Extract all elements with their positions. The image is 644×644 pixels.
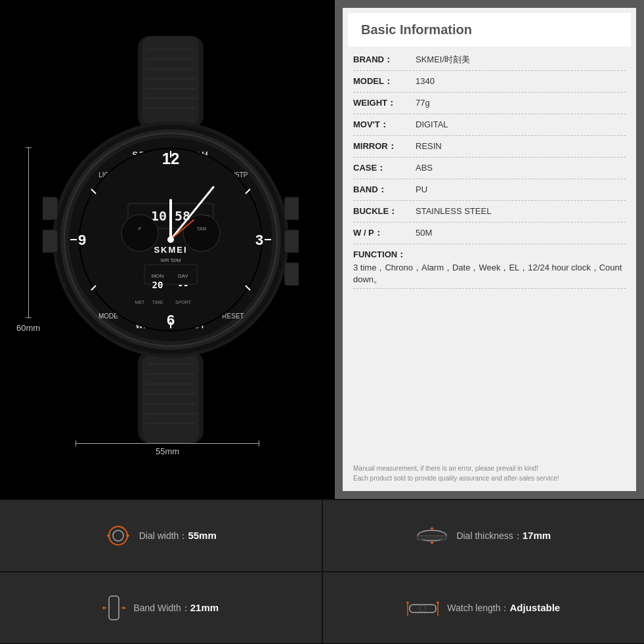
- info-function-row: FUNCTION：3 time，Chrono，Alarm，Date，Week，E…: [353, 244, 626, 289]
- band-width-icon: [102, 595, 125, 621]
- svg-text:WR 50M: WR 50M: [160, 257, 181, 263]
- svg-marker-83: [430, 527, 434, 529]
- svg-rect-23: [284, 263, 299, 286]
- info-row: MIRROR：RESIN: [353, 136, 626, 158]
- info-row-value: DIGITAL: [416, 119, 448, 129]
- info-row: BRAND：SKMEI/时刻美: [353, 49, 626, 71]
- dial-width-label: Dial width：55mm: [139, 530, 217, 542]
- info-row: MODEL：1340: [353, 71, 626, 93]
- info-row-label: MODEL：: [353, 75, 416, 87]
- svg-text:MON: MON: [152, 273, 164, 279]
- info-row-value: ABS: [416, 163, 433, 173]
- svg-text:TIME: TIME: [152, 300, 163, 305]
- info-row-value: PU: [416, 184, 427, 194]
- info-row-label: BRAND：: [353, 54, 416, 66]
- info-row: BUCKLE：STAINLESS STEEL: [353, 201, 626, 223]
- svg-rect-90: [410, 605, 436, 612]
- watch-length-icon: [406, 598, 439, 618]
- svg-point-73: [109, 526, 127, 545]
- note-line1: Manual measurement, if there is an error…: [353, 463, 626, 473]
- info-rows: BRAND：SKMEI/时刻美MODEL：1340WEIGHT：77gMOV'T…: [343, 47, 636, 457]
- info-row-value: RESIN: [416, 141, 442, 151]
- info-row-label: MIRROR：: [353, 140, 416, 152]
- info-row-label: WEIGHT：: [353, 97, 416, 109]
- info-row: WEIGHT：77g: [353, 93, 626, 114]
- svg-text:MET: MET: [135, 300, 146, 305]
- svg-text:--: --: [178, 280, 189, 290]
- info-panel: Basic Information BRAND：SKMEI/时刻美MODEL：1…: [335, 0, 644, 499]
- main-content: 60mm: [0, 0, 644, 499]
- svg-text:SKMEI: SKMEI: [154, 245, 187, 255]
- metric-band-width: Band Width：21mm: [0, 572, 323, 643]
- band-width-value: 21mm: [190, 602, 219, 613]
- dial-width-icon: [105, 523, 131, 549]
- svg-text:20: 20: [152, 280, 163, 290]
- svg-point-55: [121, 215, 158, 251]
- info-row-value: 1340: [416, 76, 435, 86]
- svg-text:SPORT: SPORT: [175, 300, 192, 305]
- watch-length-label: Watch length：Adjustable: [447, 602, 560, 614]
- svg-text:TAM: TAM: [197, 226, 206, 231]
- svg-marker-88: [102, 606, 104, 610]
- info-row: CASE：ABS: [353, 158, 626, 179]
- svg-rect-80: [418, 536, 446, 540]
- svg-text:3: 3: [255, 232, 263, 248]
- info-row-label: CASE：: [353, 162, 416, 174]
- info-row-label: W / P：: [353, 227, 416, 239]
- function-value: 3 time，Chrono，Alarm，Date，Week，EL，12/24 h…: [353, 262, 626, 286]
- dial-thickness-label: Dial thickness：17mm: [456, 530, 551, 542]
- info-row-value: 50M: [416, 228, 432, 238]
- watch-svg: SPORT WATCH ST/STP LIGHT MODE RESET WATE…: [43, 36, 299, 443]
- svg-marker-78: [127, 534, 129, 538]
- info-row-value: SKMEI/时刻美: [416, 54, 470, 66]
- svg-point-91: [419, 605, 426, 612]
- dial-thickness-icon: [416, 526, 448, 546]
- metric-dial-width: Dial width：55mm: [0, 500, 323, 571]
- svg-point-57: [183, 215, 220, 251]
- svg-marker-84: [430, 542, 434, 544]
- info-note: Manual measurement, if there is an error…: [343, 457, 636, 491]
- svg-marker-89: [123, 606, 125, 610]
- info-row-label: BUCKLE：: [353, 205, 416, 217]
- svg-rect-25: [43, 230, 58, 253]
- dimension-55mm: 55mm: [156, 446, 179, 456]
- info-title: Basic Information: [361, 22, 618, 37]
- svg-rect-85: [109, 596, 119, 620]
- svg-rect-10: [142, 354, 199, 443]
- info-row: MOV'T：DIGITAL: [353, 114, 626, 136]
- info-row-value: 77g: [416, 98, 430, 108]
- watch-length-value: Adjustable: [510, 602, 561, 613]
- svg-marker-77: [107, 534, 109, 538]
- metrics-row-2: Band Width：21mm Watch length：Adjustable: [0, 571, 644, 643]
- svg-text:MODE: MODE: [98, 312, 118, 320]
- svg-point-72: [167, 236, 174, 243]
- dial-width-value: 55mm: [188, 530, 216, 541]
- svg-rect-24: [43, 197, 58, 220]
- svg-rect-21: [284, 197, 299, 220]
- info-row: W / P：50M: [353, 223, 626, 244]
- info-row: BAND：PU: [353, 179, 626, 201]
- metrics-row-1: Dial width：55mm Dial thickness：17mm: [0, 499, 644, 571]
- note-line2: Each product sold to provide quality ass…: [353, 473, 626, 483]
- info-row-value: STAINLESS STEEL: [416, 206, 491, 216]
- metrics-bar: Dial width：55mm Dial thickness：17mm: [0, 499, 644, 644]
- info-row-label: MOV'T：: [353, 119, 416, 131]
- svg-text:P: P: [139, 226, 142, 231]
- svg-rect-22: [284, 230, 299, 253]
- watch-image-area: 60mm: [0, 0, 335, 499]
- dial-thickness-value: 17mm: [523, 530, 551, 541]
- dimension-60mm: 60mm: [16, 323, 40, 333]
- function-label: FUNCTION：: [353, 249, 406, 259]
- metric-dial-thickness: Dial thickness：17mm: [323, 500, 645, 571]
- info-row-label: BAND：: [353, 184, 416, 196]
- svg-text:RESET: RESET: [222, 312, 244, 320]
- svg-point-74: [113, 530, 123, 541]
- svg-text:9: 9: [78, 232, 86, 248]
- svg-text:DAY: DAY: [178, 273, 189, 279]
- metric-watch-length: Watch length：Adjustable: [323, 572, 645, 643]
- band-width-label: Band Width：21mm: [133, 602, 219, 614]
- info-title-bar: Basic Information: [348, 13, 631, 47]
